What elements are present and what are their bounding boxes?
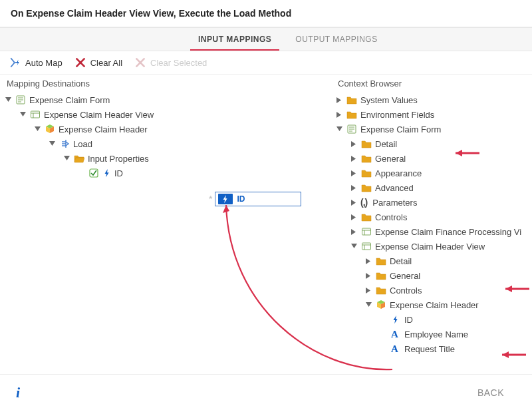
- cb-empname[interactable]: Employee Name: [404, 329, 468, 339]
- cube-icon: [375, 299, 387, 311]
- cb-fin-view[interactable]: Expense Claim Finance Processing Vi: [375, 227, 521, 237]
- cb-detail2[interactable]: Detail: [390, 256, 412, 266]
- check-icon: [88, 167, 100, 179]
- folder-icon: [346, 108, 358, 120]
- folder-icon: [346, 94, 358, 106]
- folder-open-icon: [73, 152, 85, 164]
- context-browser-title: Context Browser: [331, 75, 532, 93]
- expander-icon[interactable]: [364, 301, 372, 309]
- tree-method[interactable]: Load: [73, 139, 92, 149]
- cb-advanced[interactable]: Advanced: [375, 183, 414, 193]
- id-mapping-value: ID: [237, 194, 245, 204]
- view-icon: [29, 108, 41, 120]
- tab-input-mappings[interactable]: INPUT MAPPINGS: [186, 28, 283, 51]
- expander-icon[interactable]: [19, 110, 27, 118]
- tree-smartobject[interactable]: Expense Claim Header: [59, 124, 148, 134]
- folder-icon: [375, 284, 387, 296]
- clear-selected-button: Clear Selected: [134, 57, 207, 69]
- expander-icon[interactable]: [33, 125, 41, 133]
- expander-icon[interactable]: [350, 213, 358, 221]
- clear-all-button[interactable]: Clear All: [74, 57, 122, 69]
- target-icon: [59, 138, 70, 150]
- x-icon: [74, 57, 86, 69]
- id-mapping-field[interactable]: ID: [215, 192, 301, 206]
- folder-icon: [360, 182, 372, 194]
- expander-icon[interactable]: [335, 125, 343, 133]
- cb-smartobject[interactable]: Expense Claim Header: [390, 300, 479, 310]
- tree-form[interactable]: Expense Claim Form: [29, 95, 110, 105]
- clear-all-label: Clear All: [90, 58, 122, 68]
- expander-icon[interactable]: [350, 198, 358, 206]
- parameters-icon: (,): [360, 197, 367, 208]
- expander-icon[interactable]: [4, 96, 12, 104]
- lightning-icon: [102, 167, 112, 179]
- expander-icon[interactable]: [350, 228, 358, 236]
- text-a-icon: [390, 343, 402, 355]
- expander-icon[interactable]: [350, 242, 358, 250]
- cb-parameters[interactable]: Parameters: [372, 198, 417, 208]
- folder-icon: [360, 152, 372, 164]
- info-icon[interactable]: i: [16, 384, 20, 401]
- required-star-icon: *: [206, 194, 215, 204]
- dialog-title: On Expense Claim Header View View, Execu…: [0, 0, 532, 27]
- text-a-icon: [390, 328, 402, 340]
- cb-reqtitle[interactable]: Request Title: [404, 344, 455, 354]
- mapping-destinations-title: Mapping Destinations: [0, 75, 331, 93]
- cb-appearance[interactable]: Appearance: [375, 168, 422, 178]
- automap-button[interactable]: Auto Map: [9, 57, 63, 69]
- view-icon: [360, 226, 372, 238]
- view-icon: [360, 240, 372, 252]
- tabstrip: INPUT MAPPINGS OUTPUT MAPPINGS: [0, 27, 532, 51]
- automap-icon: [9, 57, 21, 69]
- footer: i BACK: [0, 374, 532, 410]
- cb-id[interactable]: ID: [404, 315, 413, 325]
- cb-controls2[interactable]: Controls: [390, 286, 422, 296]
- automap-label: Auto Map: [25, 58, 63, 68]
- toolbar: Auto Map Clear All Clear Selected: [0, 51, 532, 75]
- expander-icon[interactable]: [350, 140, 358, 148]
- expander-icon[interactable]: [335, 96, 343, 104]
- cb-form[interactable]: Expense Claim Form: [360, 124, 441, 134]
- expander-icon[interactable]: [63, 154, 70, 162]
- x-icon-disabled: [134, 57, 146, 69]
- clear-selected-label: Clear Selected: [150, 58, 207, 68]
- back-button[interactable]: BACK: [466, 382, 516, 403]
- cb-general[interactable]: General: [375, 154, 406, 164]
- form-icon: [15, 94, 27, 106]
- folder-icon: [360, 138, 372, 150]
- expander-icon[interactable]: [364, 286, 372, 294]
- cb-detail[interactable]: Detail: [375, 139, 397, 149]
- expander-icon[interactable]: [350, 154, 358, 162]
- cb-system-values[interactable]: System Values: [360, 95, 418, 105]
- lightning-icon: [390, 313, 402, 325]
- folder-icon: [375, 270, 387, 282]
- cb-general2[interactable]: General: [390, 271, 420, 281]
- expander-icon[interactable]: [350, 184, 358, 192]
- expander-icon[interactable]: [364, 272, 372, 280]
- expander-icon[interactable]: [364, 257, 372, 265]
- cb-environment-fields[interactable]: Environment Fields: [360, 110, 434, 120]
- folder-icon: [360, 167, 372, 179]
- expander-icon[interactable]: [335, 110, 343, 118]
- expander-icon[interactable]: [350, 169, 358, 177]
- folder-icon: [360, 211, 372, 223]
- tree-view[interactable]: Expense Claim Header View: [44, 110, 154, 120]
- tree-input-properties[interactable]: Input Properties: [88, 154, 149, 164]
- expander-icon[interactable]: [48, 140, 56, 148]
- folder-icon: [375, 255, 387, 267]
- cb-header-view[interactable]: Expense Claim Header View: [375, 242, 485, 252]
- form-icon: [346, 123, 358, 135]
- smartobject-chip-icon: [218, 194, 233, 204]
- tab-output-mappings[interactable]: OUTPUT MAPPINGS: [283, 28, 389, 51]
- tree-id-property[interactable]: ID: [114, 168, 123, 178]
- cube-icon: [44, 123, 56, 135]
- cb-controls[interactable]: Controls: [375, 212, 407, 222]
